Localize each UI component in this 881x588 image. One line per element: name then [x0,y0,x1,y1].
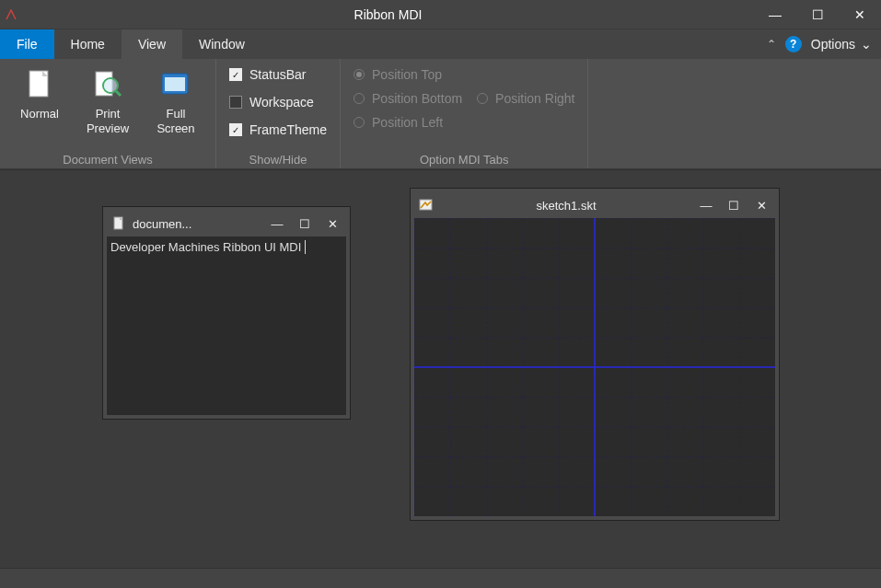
group-mdi-tabs: Position Top Position Bottom Position Le… [341,59,588,168]
ribbon-tab-row: File Home View Window ⌃ ? Options ⌄ [0,29,881,59]
text-cursor [301,240,306,254]
svg-point-4 [104,79,117,92]
maximize-button[interactable]: ☐ [796,0,839,29]
group-caption-show-hide: Show/Hide [224,151,332,167]
svg-line-5 [116,91,121,96]
fullscreen-icon [159,68,192,101]
svg-rect-7 [165,77,185,91]
position-top-radio[interactable]: Position Top [348,63,468,86]
normal-view-button[interactable]: Normal [7,63,72,121]
close-button[interactable]: ✕ [839,0,881,29]
mdi-area: documen... — ☐ ✕ Developer Machines Ribb… [0,169,881,568]
radio-selected-icon [354,69,365,80]
checkbox-checked-icon: ✓ [229,123,242,136]
file-tab[interactable]: File [0,29,54,59]
page-icon [23,68,56,101]
position-left-radio[interactable]: Position Left [348,110,468,134]
child-close-button[interactable]: ✕ [319,211,346,236]
minimize-button[interactable]: — [754,0,796,29]
window-title: Ribbon MDI [22,7,754,22]
workspace-checkbox[interactable]: Workspace [224,90,319,114]
radio-unselected-icon [354,117,365,128]
collapse-ribbon-icon[interactable]: ⌃ [767,38,776,51]
magnifier-page-icon [91,68,124,101]
child-maximize-button[interactable]: ☐ [291,211,319,236]
position-right-radio[interactable]: Position Right [471,86,580,110]
child-maximize-button[interactable]: ☐ [720,192,748,218]
status-bar [0,568,881,588]
sketch-icon [414,199,438,212]
checkbox-unchecked-icon [229,96,242,109]
document-text: Developer Machines Ribbon UI MDI [110,240,301,254]
mdi-child-title: documen... [131,217,263,231]
position-bottom-radio[interactable]: Position Bottom [348,86,468,110]
tab-view[interactable]: View [122,29,182,59]
ribbon-body: Normal Print Preview [0,59,881,169]
mdi-child-titlebar[interactable]: documen... — ☐ ✕ [107,211,346,236]
chevron-down-icon: ⌄ [861,37,872,52]
group-show-hide: ✓ StatusBar Workspace ✓ FrameTheme Show/… [216,59,341,168]
print-preview-button[interactable]: Print Preview [75,63,140,135]
mdi-child-sketch[interactable]: sketch1.skt — ☐ ✕ [411,189,779,520]
child-close-button[interactable]: ✕ [748,192,775,218]
group-caption-mdi-tabs: Option MDI Tabs [348,151,580,167]
child-minimize-button[interactable]: — [692,192,720,218]
text-editor-area[interactable]: Developer Machines Ribbon UI MDI [107,236,346,415]
radio-unselected-icon [354,93,365,104]
group-caption-document-views: Document Views [7,151,208,167]
statusbar-checkbox[interactable]: ✓ StatusBar [224,63,311,86]
radio-unselected-icon [477,93,488,104]
full-screen-button[interactable]: Full Screen [144,63,208,135]
ribbon-right-controls: ⌃ ? Options ⌄ [767,29,881,59]
sketch-canvas[interactable] [414,218,775,516]
titlebar: Ribbon MDI — ☐ ✕ [0,0,881,29]
svg-rect-10 [420,200,432,210]
child-minimize-button[interactable]: — [263,211,291,236]
frametheme-checkbox[interactable]: ✓ FrameTheme [224,118,332,142]
help-icon[interactable]: ? [785,36,802,52]
options-dropdown[interactable]: Options ⌄ [811,37,872,52]
mdi-child-title: sketch1.skt [438,199,692,213]
options-label: Options [811,37,855,52]
app-icon [0,0,22,29]
document-icon [107,216,131,231]
mdi-child-titlebar[interactable]: sketch1.skt — ☐ ✕ [414,192,775,218]
checkbox-checked-icon: ✓ [229,68,242,81]
tab-window[interactable]: Window [182,29,261,59]
mdi-child-document[interactable]: documen... — ☐ ✕ Developer Machines Ribb… [103,207,350,419]
group-document-views: Normal Print Preview [0,59,216,168]
window-controls: — ☐ ✕ [754,0,881,29]
tab-home[interactable]: Home [54,29,122,59]
